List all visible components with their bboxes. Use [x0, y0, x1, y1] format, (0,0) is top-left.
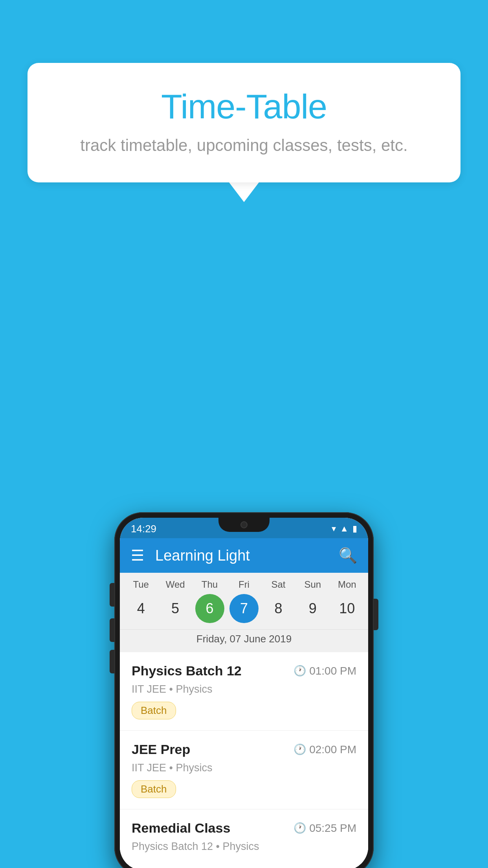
schedule-title-1: JEE Prep [132, 742, 190, 757]
schedule-item-header-1: JEE Prep🕐02:00 PM [132, 742, 356, 757]
clock-icon: 🕐 [294, 665, 306, 677]
schedule-title-0: Physics Batch 12 [132, 663, 242, 679]
day-label-wed: Wed [161, 579, 190, 590]
phone-screen: 14:29 ▾ ▲ ▮ ☰ Learning Light 🔍 TueWedThu… [120, 518, 368, 868]
day-num-6[interactable]: 6 [195, 594, 224, 623]
phone-container: 14:29 ▾ ▲ ▮ ☰ Learning Light 🔍 TueWedThu… [114, 512, 374, 868]
notch [218, 518, 270, 532]
hamburger-icon[interactable]: ☰ [131, 547, 144, 564]
speech-bubble-subtitle: track timetable, upcoming classes, tests… [59, 136, 429, 155]
schedule-item-header-2: Remedial Class🕐05:25 PM [132, 820, 356, 836]
schedule-subtitle-0: IIT JEE • Physics [132, 683, 356, 695]
schedule-item-1[interactable]: JEE Prep🕐02:00 PMIIT JEE • PhysicsBatch [120, 731, 368, 809]
day-label-sat: Sat [264, 579, 293, 590]
battery-icon: ▮ [352, 524, 357, 534]
schedule-title-2: Remedial Class [132, 820, 230, 836]
clock-icon: 🕐 [294, 822, 306, 834]
status-time: 14:29 [131, 523, 156, 535]
schedule-subtitle-1: IIT JEE • Physics [132, 762, 356, 774]
batch-badge-1: Batch [132, 780, 176, 798]
day-num-10[interactable]: 10 [332, 594, 361, 623]
speech-bubble-title: Time-Table [59, 86, 429, 127]
selected-date-label: Friday, 07 June 2019 [120, 629, 368, 652]
day-label-fri: Fri [229, 579, 259, 590]
schedule-time-1: 🕐02:00 PM [294, 743, 356, 756]
status-icons: ▾ ▲ ▮ [332, 524, 357, 534]
speech-bubble: Time-Table track timetable, upcoming cla… [28, 63, 460, 182]
speech-bubble-arrow [229, 182, 259, 202]
day-label-tue: Tue [127, 579, 156, 590]
schedule-time-0: 🕐01:00 PM [294, 665, 356, 677]
day-numbers: 45678910 [120, 594, 368, 629]
day-label-sun: Sun [298, 579, 327, 590]
calendar-strip: TueWedThuFriSatSunMon 45678910 Friday, 0… [120, 573, 368, 652]
app-title: Learning Light [155, 547, 339, 564]
schedule-list: Physics Batch 12🕐01:00 PMIIT JEE • Physi… [120, 652, 368, 868]
schedule-time-2: 🕐05:25 PM [294, 822, 356, 835]
speech-bubble-container: Time-Table track timetable, upcoming cla… [28, 63, 460, 202]
schedule-item-header-0: Physics Batch 12🕐01:00 PM [132, 663, 356, 679]
camera [240, 521, 248, 528]
app-bar: ☰ Learning Light 🔍 [120, 538, 368, 573]
schedule-item-2[interactable]: Remedial Class🕐05:25 PMPhysics Batch 12 … [120, 809, 368, 868]
day-num-7[interactable]: 7 [229, 594, 259, 623]
signal-icon: ▲ [340, 524, 349, 534]
phone-frame: 14:29 ▾ ▲ ▮ ☰ Learning Light 🔍 TueWedThu… [114, 512, 374, 868]
day-headers: TueWedThuFriSatSunMon [120, 579, 368, 594]
clock-icon: 🕐 [294, 743, 306, 756]
day-num-9[interactable]: 9 [298, 594, 327, 623]
day-num-4[interactable]: 4 [127, 594, 156, 623]
search-icon[interactable]: 🔍 [339, 547, 357, 564]
batch-badge-0: Batch [132, 702, 176, 719]
day-label-mon: Mon [332, 579, 361, 590]
wifi-icon: ▾ [332, 524, 336, 534]
day-label-thu: Thu [195, 579, 224, 590]
schedule-item-0[interactable]: Physics Batch 12🕐01:00 PMIIT JEE • Physi… [120, 652, 368, 731]
schedule-subtitle-2: Physics Batch 12 • Physics [132, 840, 356, 853]
day-num-8[interactable]: 8 [264, 594, 293, 623]
day-num-5[interactable]: 5 [161, 594, 190, 623]
